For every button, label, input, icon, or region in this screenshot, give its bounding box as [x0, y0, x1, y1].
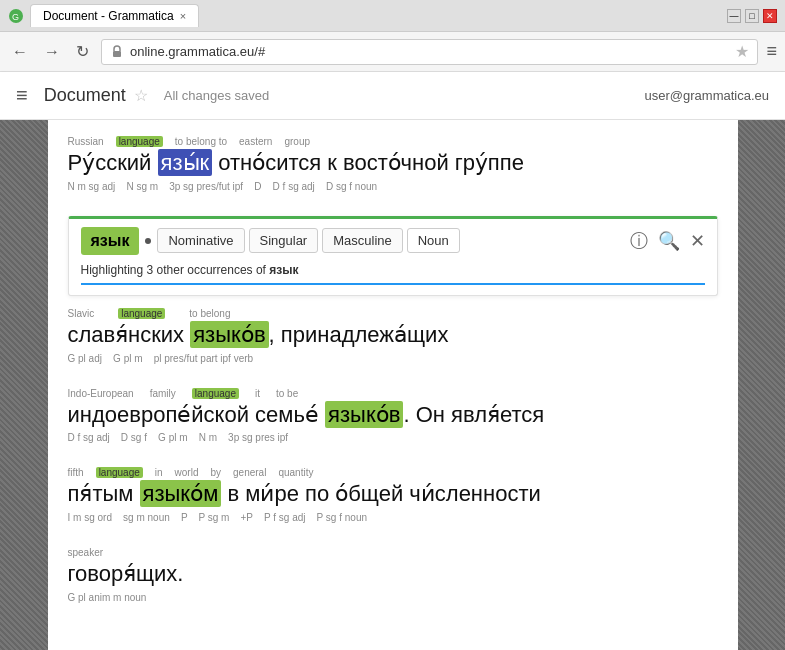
user-email: user@grammatica.eu [645, 88, 769, 103]
ann-in: in [155, 467, 163, 478]
pill-noun[interactable]: Noun [407, 228, 460, 253]
back-button[interactable]: ← [8, 39, 32, 65]
grammar-row-4: I m sg ord sg m noun P P sg m +P P f sg … [68, 512, 718, 523]
tab-title: Document - Grammatica [43, 9, 174, 23]
minimize-button[interactable]: — [727, 9, 741, 23]
close-button[interactable]: ✕ [763, 9, 777, 23]
highlight-notice: Highlighting 3 other occurrences of язык [81, 263, 705, 277]
sentence-text-1: Ру́сский язы́к отно́сится к восто́чной г… [68, 148, 718, 179]
save-status: All changes saved [164, 88, 270, 103]
ann-eastern: eastern [239, 136, 272, 147]
sentence-2: Slavic language to belong славя́нских яз… [68, 308, 718, 364]
ann-general: general [233, 467, 266, 478]
ann-to-belong: to belong [189, 308, 230, 319]
ann-fifth: fifth [68, 467, 84, 478]
main-content: Russian language to belong to eastern gr… [0, 120, 785, 650]
ann-speaker: speaker [68, 547, 104, 558]
browser-menu-icon[interactable]: ≡ [766, 41, 777, 62]
document-panel: Russian language to belong to eastern gr… [48, 120, 738, 650]
sentence-text-5: говоря́щих. [68, 559, 718, 590]
sentence-5: speaker говоря́щих. G pl anim m noun [68, 547, 718, 603]
sentence-1: Russian language to belong to eastern gr… [68, 136, 718, 192]
word-jazykov-3[interactable]: языко́в [325, 401, 403, 428]
document-title: Document [44, 85, 126, 106]
favorite-icon[interactable]: ☆ [134, 86, 148, 105]
tab-close-button[interactable]: × [180, 10, 186, 22]
notice-divider [81, 283, 705, 285]
ann-language-1: language [116, 136, 163, 147]
ann-to-be: to be [276, 388, 298, 399]
annotations-top-5: speaker [68, 547, 718, 558]
word-jazyk-1[interactable]: язы́к [158, 149, 213, 176]
ann-to-belong-to: to belong to [175, 136, 227, 147]
refresh-button[interactable]: ↻ [72, 38, 93, 65]
sentence-3: Indo-European family language it to be и… [68, 388, 718, 444]
ann-family: family [150, 388, 176, 399]
word-jazykov-2[interactable]: языко́в [190, 321, 268, 348]
annotations-top-3: Indo-European family language it to be [68, 388, 718, 399]
sentence-4: fifth language in world by general quant… [68, 467, 718, 523]
ann-language-3: language [192, 388, 239, 399]
pill-separator [145, 238, 151, 244]
grammar-row-5: G pl anim m noun [68, 592, 718, 603]
ann-Russian: Russian [68, 136, 104, 147]
ann-by: by [210, 467, 221, 478]
info-button[interactable]: ⓘ [630, 229, 648, 253]
annotations-top-1: Russian language to belong to eastern gr… [68, 136, 718, 147]
word-jazyk-4[interactable]: языко́м [140, 480, 222, 507]
popup-action-icons: ⓘ 🔍 ✕ [630, 229, 705, 253]
ann-Slavic: Slavic [68, 308, 95, 319]
highlight-word: язык [269, 263, 298, 277]
sentence-text-2: славя́нских языко́в, принадлежа́щих [68, 320, 718, 351]
url-bar[interactable]: online.grammatica.eu/# ★ [101, 39, 758, 65]
hamburger-menu[interactable]: ≡ [16, 84, 28, 107]
address-bar: ← → ↻ online.grammatica.eu/# ★ ≡ [0, 32, 785, 72]
pill-singular[interactable]: Singular [249, 228, 319, 253]
grammar-row-1: N m sg adj N sg m 3p sg pres/fut ipf D D… [68, 181, 718, 192]
sentence-text-4: пя́тым языко́м в ми́ре по о́бщей чи́слен… [68, 479, 718, 510]
ann-quantity: quantity [278, 467, 313, 478]
close-popup-button[interactable]: ✕ [690, 230, 705, 252]
svg-rect-2 [113, 51, 121, 57]
ann-IndoEuropean: Indo-European [68, 388, 134, 399]
popup-word[interactable]: язык [81, 227, 140, 255]
popup-card: язык Nominative Singular Masculine Noun … [68, 216, 718, 296]
popup-pills: язык Nominative Singular Masculine Noun … [81, 227, 705, 255]
grammar-row-3: D f sg adj D sg f G pl m N m 3p sg pres … [68, 432, 718, 443]
bookmark-icon[interactable]: ★ [735, 42, 749, 61]
title-bar: G Document - Grammatica × — □ ✕ [0, 0, 785, 32]
maximize-button[interactable]: □ [745, 9, 759, 23]
window-controls: — □ ✕ [727, 9, 777, 23]
ann-world: world [175, 467, 199, 478]
lock-icon [110, 45, 124, 59]
grammar-row-2: G pl adj G pl m pl pres/fut part ipf ver… [68, 353, 718, 364]
ann-language-2: language [118, 308, 165, 319]
pill-masculine[interactable]: Masculine [322, 228, 403, 253]
search-button[interactable]: 🔍 [658, 230, 680, 252]
annotations-top-2: Slavic language to belong [68, 308, 718, 319]
ann-language-4: language [96, 467, 143, 478]
svg-text:G: G [12, 12, 19, 22]
ann-group: group [284, 136, 310, 147]
ann-it: it [255, 388, 260, 399]
url-text: online.grammatica.eu/# [130, 44, 265, 59]
highlight-text: Highlighting 3 other occurrences of [81, 263, 270, 277]
browser-tab[interactable]: Document - Grammatica × [30, 4, 199, 27]
annotations-top-4: fifth language in world by general quant… [68, 467, 718, 478]
forward-button[interactable]: → [40, 39, 64, 65]
app-icon: G [8, 8, 24, 24]
sentence-text-3: индоевропе́йской семье́ языко́в. Он явля… [68, 400, 718, 431]
app-toolbar: ≡ Document ☆ All changes saved user@gram… [0, 72, 785, 120]
pill-nominative[interactable]: Nominative [157, 228, 244, 253]
